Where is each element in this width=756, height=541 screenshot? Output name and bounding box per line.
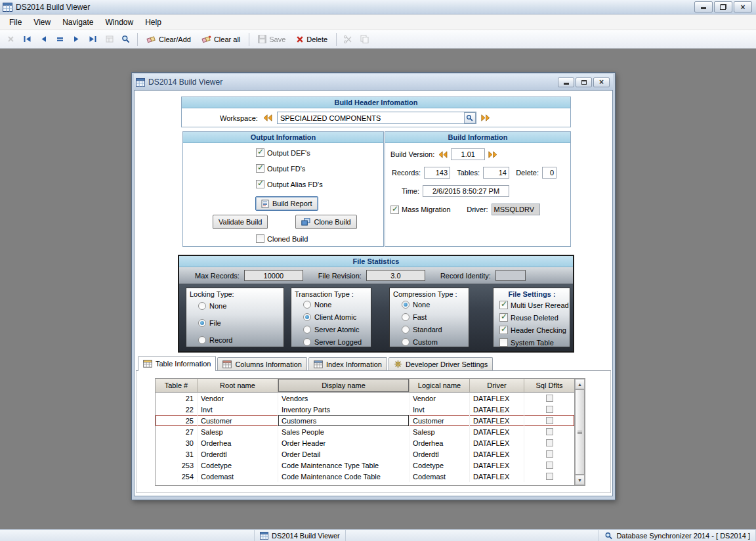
scroll-up-button[interactable]: ▲	[575, 379, 585, 389]
clear-add-button[interactable]: Clear/Add	[142, 32, 196, 47]
close-button[interactable]: ×	[734, 1, 752, 12]
cut-button[interactable]	[341, 32, 356, 47]
file-statistics-panel: File Statistics Max Records: 10000 File …	[178, 255, 574, 353]
sql-dflts-checkbox[interactable]	[546, 428, 553, 435]
clear-all-button[interactable]: Clear all	[197, 32, 245, 47]
build-version-field[interactable]: 1.01	[451, 148, 485, 160]
cloned-build-checkbox[interactable]: Cloned Build	[256, 234, 308, 243]
restore-button[interactable]	[714, 1, 732, 12]
compression-custom-radio[interactable]: Custom	[402, 338, 466, 346]
child-minimize-button[interactable]	[558, 77, 574, 87]
compression-fast-radio[interactable]: Fast	[402, 313, 466, 321]
status-app-section: DS2014 Build Viewer	[255, 530, 346, 541]
copy-button[interactable]	[357, 32, 372, 47]
validate-build-button[interactable]: Validate Build	[213, 215, 268, 229]
column-header-table-num[interactable]: Table #	[156, 379, 198, 392]
transaction-client-atomic-radio[interactable]: Client Atomic	[303, 313, 368, 321]
child-close-button[interactable]: ×	[593, 77, 610, 87]
reuse-deleted-checkbox[interactable]: Reuse Deleted	[499, 313, 567, 322]
column-header-logical-name[interactable]: Logical name	[410, 379, 470, 392]
build-version-next-icon[interactable]	[488, 151, 498, 158]
checkbox-box	[256, 234, 264, 243]
clone-build-button[interactable]: Clone Build	[295, 215, 356, 229]
grid-wrap: Table # Root name Display name Logical n…	[155, 378, 585, 486]
sql-dflts-checkbox[interactable]	[546, 406, 553, 413]
tab-label: Table Information	[156, 360, 211, 368]
column-header-sql-dflts[interactable]: Sql Dflts	[524, 379, 574, 392]
cell-table-num: 27	[156, 426, 198, 437]
clear-record-button[interactable]	[3, 32, 18, 47]
radio-circle	[303, 338, 311, 346]
table-row[interactable]: 254CodemastCode Maintenance Code TableCo…	[156, 471, 574, 482]
output-fds-checkbox[interactable]: Output FD's	[256, 164, 305, 173]
grid-scrollbar[interactable]: ▲ ▼	[575, 378, 585, 486]
sql-dflts-checkbox[interactable]	[546, 417, 553, 424]
multi-user-reread-checkbox[interactable]: Multi User Reread	[499, 301, 567, 309]
tab-developer-driver-settings[interactable]: Developer Driver Settings	[388, 357, 493, 370]
menu-file[interactable]: File	[3, 16, 28, 29]
tab-index-information[interactable]: Index Information	[308, 357, 387, 370]
table-row[interactable]: 253CodetypeCode Maintenance Type TableCo…	[156, 460, 574, 471]
compression-none-radio[interactable]: None	[402, 301, 466, 309]
column-header-display-name[interactable]: Display name	[278, 379, 410, 392]
tab-columns-information[interactable]: Columns Information	[217, 357, 307, 370]
mass-migration-checkbox[interactable]: Mass Migration	[390, 206, 451, 214]
menu-help[interactable]: Help	[139, 16, 167, 29]
previous-record-icon	[40, 35, 47, 43]
transaction-none-radio[interactable]: None	[303, 301, 368, 309]
table-row[interactable]: 30OrderheaOrder HeaderOrderheaDATAFLEX	[156, 437, 574, 448]
compression-standard-radio[interactable]: Standard	[402, 326, 466, 334]
checkbox-label: System Table	[511, 339, 554, 347]
locking-record-radio[interactable]: Record	[198, 336, 281, 344]
transaction-type-title: Transaction Type :	[295, 290, 368, 298]
sql-dflts-checkbox[interactable]	[546, 473, 553, 480]
main-titlebar[interactable]: DS2014 Build Viewer ×	[0, 0, 756, 14]
transaction-server-logged-radio[interactable]: Server Logged	[303, 338, 368, 346]
save-button[interactable]: Save	[253, 32, 290, 47]
workspace-previous-icon[interactable]	[262, 114, 272, 121]
table-row-selected[interactable]: 25CustomerCustomersCustomerDATAFLEX	[156, 415, 574, 426]
sql-dflts-checkbox[interactable]	[546, 450, 553, 458]
scroll-down-button[interactable]: ▼	[575, 475, 585, 485]
clear-add-label: Clear/Add	[159, 35, 191, 43]
table-row[interactable]: 21VendorVendorsVendorDATAFLEX	[156, 393, 574, 404]
compression-type-title: Compression Type :	[393, 290, 466, 298]
workspace-input[interactable]	[277, 112, 476, 124]
menu-navigate[interactable]: Navigate	[56, 16, 99, 29]
locking-file-radio[interactable]: File	[198, 319, 281, 327]
minimize-button[interactable]	[694, 1, 713, 12]
table-row[interactable]: 27SalespSales PeopleSalespDATAFLEX	[156, 426, 574, 437]
column-header-driver[interactable]: Driver	[470, 379, 524, 392]
workspace-next-icon[interactable]	[481, 114, 491, 121]
sql-dflts-checkbox[interactable]	[546, 395, 553, 402]
workspace-lookup-button[interactable]	[464, 112, 476, 123]
output-defs-checkbox[interactable]: Output DEF's	[256, 148, 310, 157]
delete-button[interactable]: Delete	[291, 32, 332, 47]
output-alias-fds-checkbox[interactable]: Output Alias FD's	[256, 180, 323, 188]
child-titlebar[interactable]: DS2014 Build Viewer ×	[134, 74, 613, 90]
menu-window[interactable]: Window	[100, 16, 140, 29]
build-version-previous-icon[interactable]	[438, 151, 448, 158]
next-record-button[interactable]	[69, 32, 84, 47]
locking-none-radio[interactable]: None	[198, 302, 281, 310]
search-button[interactable]	[118, 32, 133, 47]
last-record-button[interactable]	[85, 32, 100, 47]
scroll-thumb[interactable]	[575, 389, 585, 475]
column-header-root-name[interactable]: Root name	[198, 379, 278, 392]
previous-record-button[interactable]	[36, 32, 51, 47]
menu-view[interactable]: View	[28, 16, 56, 29]
build-report-button[interactable]: Build Report	[255, 196, 318, 211]
find-by-record-button[interactable]	[102, 32, 117, 47]
find-equal-button[interactable]	[52, 32, 68, 47]
sql-dflts-checkbox[interactable]	[546, 439, 553, 446]
table-row[interactable]: 22InvtInventory PartsInvtDATAFLEX	[156, 404, 574, 415]
sql-dflts-checkbox[interactable]	[546, 462, 553, 469]
child-window: DS2014 Build Viewer × Build Header Infom…	[131, 72, 616, 500]
first-record-button[interactable]	[20, 32, 35, 47]
system-table-checkbox[interactable]: System Table	[499, 338, 567, 347]
transaction-server-atomic-radio[interactable]: Server Atomic	[303, 326, 368, 334]
tab-table-information[interactable]: Table Information	[138, 356, 216, 371]
header-checking-checkbox[interactable]: Header Checking	[499, 326, 567, 334]
table-row[interactable]: 31OrderdtlOrder DetailOrderdtlDATAFLEX	[156, 448, 574, 460]
child-maximize-button[interactable]	[576, 77, 592, 87]
